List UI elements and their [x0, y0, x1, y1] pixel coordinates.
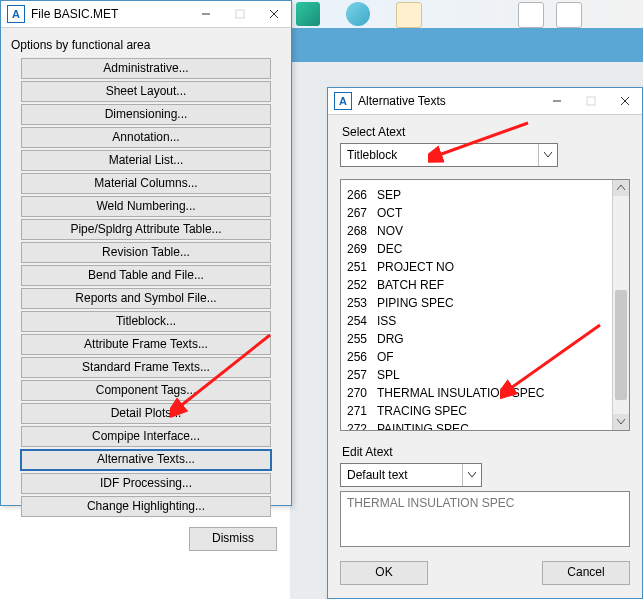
option-button[interactable]: Material Columns...	[21, 173, 271, 194]
list-item-text: OCT	[377, 206, 402, 220]
scroll-down-button[interactable]	[613, 414, 629, 430]
list-item-text: SEP	[377, 188, 401, 202]
list-item[interactable]: 266SEP	[341, 186, 612, 204]
bg-edge-icon	[346, 2, 370, 26]
option-button[interactable]: Revision Table...	[21, 242, 271, 263]
list-item-text: DEC	[377, 242, 402, 256]
option-button[interactable]: Standard Frame Texts...	[21, 357, 271, 378]
select-atext-value: Titleblock	[341, 148, 538, 162]
list-item[interactable]: 272PAINTING SPEC	[341, 420, 612, 430]
list-item-number: 272	[347, 420, 377, 430]
list-item[interactable]: 257SPL	[341, 366, 612, 384]
option-button[interactable]: Detail Plots...	[21, 403, 271, 424]
option-button[interactable]: Administrative...	[21, 58, 271, 79]
list-item-number: 266	[347, 186, 377, 204]
cancel-button[interactable]: Cancel	[542, 561, 630, 585]
option-button[interactable]: Bend Table and File...	[21, 265, 271, 286]
svg-rect-1	[236, 10, 244, 18]
list-item[interactable]: 270THERMAL INSULATION SPEC	[341, 384, 612, 402]
close-button[interactable]	[257, 1, 291, 27]
option-button[interactable]: IDF Processing...	[21, 473, 271, 494]
list-item-text: TRACING SPEC	[377, 404, 467, 418]
background-ribbon	[290, 28, 643, 62]
background-taskbar	[290, 0, 643, 28]
list-item[interactable]: 251PROJECT NO	[341, 258, 612, 276]
scroll-up-button[interactable]	[613, 180, 629, 196]
dismiss-button[interactable]: Dismiss	[189, 527, 277, 551]
list-item[interactable]: 271TRACING SPEC	[341, 402, 612, 420]
list-item-number: 257	[347, 366, 377, 384]
list-item-text: PROJECT NO	[377, 260, 454, 274]
list-item-number: 270	[347, 384, 377, 402]
list-item-number: 251	[347, 258, 377, 276]
list-item-text: BATCH REF	[377, 278, 444, 292]
minimize-button[interactable]	[540, 88, 574, 114]
option-button[interactable]: Material List...	[21, 150, 271, 171]
list-item-text: OF	[377, 350, 394, 364]
options-titlebar: A File BASIC.MET	[1, 1, 291, 28]
svg-rect-5	[587, 97, 595, 105]
list-item[interactable]: 255DRG	[341, 330, 612, 348]
option-button[interactable]: Dimensioning...	[21, 104, 271, 125]
bg-doc-icon	[556, 2, 582, 28]
app-logo-icon: A	[334, 92, 352, 110]
list-item-text: ISS	[377, 314, 396, 328]
minimize-button[interactable]	[189, 1, 223, 27]
option-button[interactable]: Sheet Layout...	[21, 81, 271, 102]
list-item-number: 269	[347, 240, 377, 258]
close-button[interactable]	[608, 88, 642, 114]
option-button[interactable]: Attribute Frame Texts...	[21, 334, 271, 355]
bg-app-icon	[296, 2, 320, 26]
scroll-thumb[interactable]	[615, 290, 627, 400]
list-item[interactable]: 268NOV	[341, 222, 612, 240]
list-item[interactable]: 252BATCH REF	[341, 276, 612, 294]
list-item-number: 254	[347, 312, 377, 330]
list-item[interactable]: 269DEC	[341, 240, 612, 258]
atext-listbox[interactable]: 266SEP267OCT268NOV269DEC251PROJECT NO252…	[340, 179, 630, 431]
option-button[interactable]: Annotation...	[21, 127, 271, 148]
list-item-text: PIPING SPEC	[377, 296, 454, 310]
option-button[interactable]: Compipe Interface...	[21, 426, 271, 447]
select-atext-label: Select Atext	[342, 125, 630, 139]
list-item-number: 267	[347, 204, 377, 222]
edit-atext-combo-value: Default text	[341, 468, 462, 482]
app-logo-icon: A	[7, 5, 25, 23]
edit-atext-combo[interactable]: Default text	[340, 463, 482, 487]
bg-word-icon	[518, 2, 544, 28]
edit-atext-label: Edit Atext	[342, 445, 630, 459]
chevron-down-icon	[462, 464, 481, 486]
select-atext-combo[interactable]: Titleblock	[340, 143, 558, 167]
list-item-text: NOV	[377, 224, 403, 238]
option-button[interactable]: Component Tags...	[21, 380, 271, 401]
option-button[interactable]: Change Highlighting...	[21, 496, 271, 517]
maximize-button	[574, 88, 608, 114]
option-button[interactable]: Alternative Texts...	[20, 449, 272, 471]
option-button[interactable]: Pipe/Spldrg Attribute Table...	[21, 219, 271, 240]
option-button[interactable]: Titleblock...	[21, 311, 271, 332]
options-title: File BASIC.MET	[31, 7, 189, 21]
alt-title: Alternative Texts	[358, 94, 540, 108]
options-window: A File BASIC.MET Options by functional a…	[0, 0, 292, 506]
option-button[interactable]: Reports and Symbol File...	[21, 288, 271, 309]
list-item[interactable]: 254ISS	[341, 312, 612, 330]
alt-titlebar: A Alternative Texts	[328, 88, 642, 115]
list-item-number: 253	[347, 294, 377, 312]
list-item-number: 255	[347, 330, 377, 348]
options-section-label: Options by functional area	[11, 38, 283, 52]
bg-folder-icon	[396, 2, 422, 28]
list-scrollbar[interactable]	[612, 180, 629, 430]
list-item-text: PAINTING SPEC	[377, 422, 469, 430]
list-item[interactable]: 267OCT	[341, 204, 612, 222]
list-item-number: 252	[347, 276, 377, 294]
list-item[interactable]: 253PIPING SPEC	[341, 294, 612, 312]
option-button[interactable]: Weld Numbering...	[21, 196, 271, 217]
edit-atext-textarea[interactable]: THERMAL INSULATION SPEC	[340, 491, 630, 547]
ok-button[interactable]: OK	[340, 561, 428, 585]
list-item[interactable]: 256OF	[341, 348, 612, 366]
list-item-number: 271	[347, 402, 377, 420]
alternative-texts-window: A Alternative Texts Select Atext Titlebl…	[327, 87, 643, 599]
chevron-down-icon	[538, 144, 557, 166]
options-button-list: Administrative...Sheet Layout...Dimensio…	[9, 58, 283, 517]
list-item-number: 256	[347, 348, 377, 366]
list-item-number: 268	[347, 222, 377, 240]
